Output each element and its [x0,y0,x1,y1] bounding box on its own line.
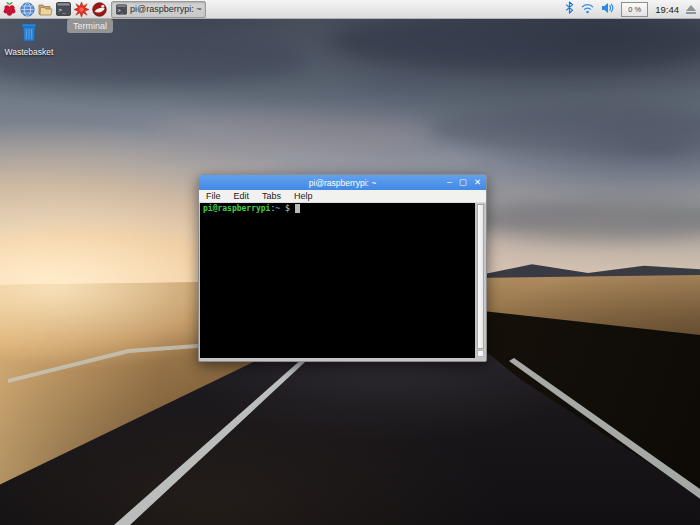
menu-help[interactable]: Help [294,191,313,201]
wastebasket-icon [19,23,39,46]
prompt-user-host: pi@raspberrypi [203,204,270,213]
volume-icon[interactable] [601,0,614,18]
scrollbar-thumb[interactable] [477,204,484,349]
terminal-launcher-icon[interactable]: >_ [54,0,72,18]
resize-grip[interactable] [477,350,484,357]
taskbar: >_ >_ pi@raspberrypi: ~ [0,0,700,19]
shell-prompt: pi@raspberrypi:~ $ [203,204,300,213]
eject-icon[interactable] [686,5,696,14]
window-titlebar[interactable]: pi@raspberrypi: ~ – ▢ ✕ [199,175,486,190]
close-button[interactable]: ✕ [474,175,481,190]
desktop-icon-wastebasket[interactable]: Wastebasket [2,23,56,57]
wastebasket-label: Wastebasket [2,47,56,57]
web-browser-globe-icon[interactable] [18,0,36,18]
terminal-output-area[interactable]: pi@raspberrypi:~ $ [200,203,475,358]
terminal-cursor [295,204,300,213]
menu-tabs[interactable]: Tabs [262,191,281,201]
terminal-mini-icon: >_ [116,4,127,15]
bluetooth-icon[interactable] [565,0,574,18]
minimize-button[interactable]: – [447,175,452,190]
terminal-menubar: File Edit Tabs Help [199,190,486,203]
window-title: pi@raspberrypi: ~ [199,178,486,188]
terminal-window[interactable]: pi@raspberrypi: ~ – ▢ ✕ File Edit Tabs H… [198,174,487,362]
file-manager-icon[interactable] [36,0,54,18]
red-circle-app-icon[interactable] [90,0,108,18]
menu-file[interactable]: File [206,191,221,201]
prompt-dollar: $ [280,204,294,213]
taskbar-window-button[interactable]: >_ pi@raspberrypi: ~ [111,1,206,18]
terminal-tooltip: Terminal [67,19,113,33]
svg-text:>_: >_ [58,6,66,14]
red-starburst-app-icon[interactable] [72,0,90,18]
desktop-wallpaper: Wastebasket pi@raspberrypi: ~ – ▢ ✕ File… [0,19,700,525]
wifi-icon[interactable] [581,0,594,18]
menu-button-raspberry-icon[interactable] [0,0,18,18]
screen: Wastebasket pi@raspberrypi: ~ – ▢ ✕ File… [0,0,700,525]
menu-edit[interactable]: Edit [234,191,250,201]
window-button-label: pi@raspberrypi: ~ [130,4,201,14]
maximize-button[interactable]: ▢ [459,175,467,190]
taskbar-clock[interactable]: 19:44 [655,4,679,15]
terminal-scrollbar[interactable] [476,203,485,358]
cpu-usage-monitor[interactable]: 0 % [621,2,648,17]
